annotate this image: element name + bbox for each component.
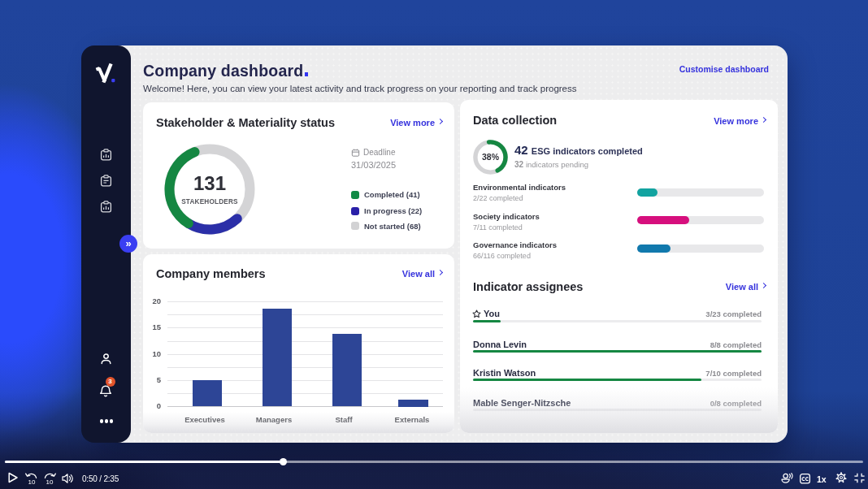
- svg-text:10: 10: [28, 478, 36, 485]
- svg-text:10: 10: [46, 478, 54, 485]
